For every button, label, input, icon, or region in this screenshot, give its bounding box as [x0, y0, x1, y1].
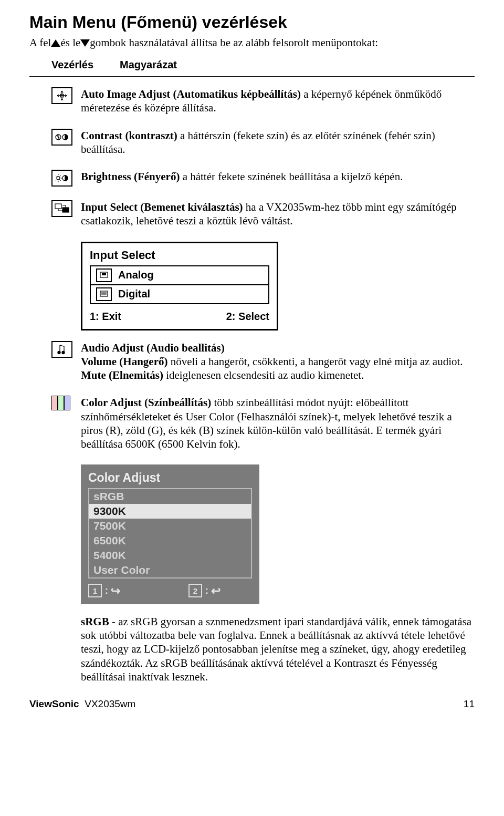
exit-arrow-icon: ↪ — [111, 584, 120, 598]
auto-image-icon — [51, 87, 72, 104]
row-audio-adjust: Audio Adjust (Audio beallitás) Volume (H… — [51, 341, 475, 383]
digital-icon — [96, 287, 112, 301]
brightness-icon — [51, 170, 72, 187]
key-2-icon: 2 — [188, 584, 202, 597]
osd-color-title: Color Adjust — [88, 471, 252, 485]
osd-input-digital-label: Digital — [118, 288, 150, 300]
osd-color-key1: 1: ↪ — [88, 584, 120, 598]
osd-color-item: 5400K — [89, 548, 251, 563]
osd-color-item: User Color — [89, 563, 251, 577]
down-arrow-icon — [80, 39, 90, 47]
svg-rect-8 — [102, 273, 106, 275]
svg-rect-5 — [55, 204, 61, 209]
intro-text-3: gombok használatával állítsa be az alább… — [90, 36, 378, 49]
row-input-select: Input Select (Bemenet kiválasztás) ha a … — [51, 200, 475, 228]
osd-input-select-hint: 2: Select — [226, 311, 269, 323]
audio-mute-desc: ideiglenesen elcsendesiti az audio kimen… — [163, 369, 364, 381]
input-select-label: Input Select (Bemenet kiválasztás) — [81, 201, 243, 213]
audio-volume-label: Volume (Hangerő) — [81, 355, 167, 368]
intro-text-2: és le — [60, 36, 80, 49]
auto-image-label: Auto Image Adjust (Automatikus képbeállí… — [81, 88, 301, 100]
footer-left: ViewSonic VX2035wm — [29, 698, 135, 710]
osd-color-item: 6500K — [89, 533, 251, 548]
srgb-paragraph: sRGB - az sRGB gyorsan a sznmenedzsment … — [81, 615, 475, 684]
svg-point-10 — [58, 351, 60, 354]
table-header: Vezérlés Magyarázat — [29, 59, 475, 73]
srgb-desc: az sRGB gyorsan a sznmenedzsment ipari s… — [81, 615, 471, 683]
osd-input-select: Input Select Analog Digital 1: Exit 2: S… — [81, 242, 278, 330]
brightness-desc: a háttér fekete színének beállítása a ki… — [180, 170, 403, 183]
footer-page-number: 11 — [464, 698, 475, 710]
color-adjust-icon — [51, 396, 70, 410]
svg-point-3 — [57, 177, 60, 180]
up-arrow-icon — [51, 39, 60, 47]
row-contrast: Contrast (kontraszt) a háttérszín (feket… — [51, 129, 475, 157]
input-select-icon — [51, 200, 72, 217]
audio-volume-desc: nőveli a hangerőt, csőkkenti, a hangerőt… — [167, 355, 463, 368]
intro-line: A felés legombok használatával állítsa b… — [29, 36, 475, 49]
osd-color-adjust: Color Adjust sRGB9300K7500K6500K5400KUse… — [81, 464, 259, 604]
osd-input-item-analog: Analog — [91, 266, 268, 285]
analog-icon — [96, 268, 112, 282]
contrast-label: Contrast (kontraszt) — [81, 129, 177, 142]
enter-arrow-icon: ↩ — [211, 584, 220, 598]
row-color-adjust: Color Adjust (Színbeállítás) több színbe… — [51, 396, 475, 451]
contrast-icon — [51, 129, 72, 146]
osd-color-item: 9300K — [89, 504, 251, 519]
osd-color-key2: 2: ↩ — [188, 584, 220, 598]
color-adjust-label: Color Adjust (Színbeállítás) — [81, 396, 211, 409]
osd-input-title: Input Select — [82, 243, 277, 265]
osd-input-exit: 1: Exit — [90, 311, 121, 323]
page-title: Main Menu (Főmenü) vezérlések — [29, 13, 475, 32]
osd-color-item: sRGB — [89, 489, 251, 504]
srgb-label: sRGB - — [81, 615, 118, 628]
row-auto-image: Auto Image Adjust (Automatikus képbeállí… — [51, 87, 475, 115]
svg-rect-6 — [62, 208, 69, 212]
intro-text-1: A fel — [29, 36, 51, 49]
header-explanation: Magyarázat — [120, 59, 177, 71]
audio-adjust-icon — [51, 341, 72, 358]
osd-input-item-digital: Digital — [91, 285, 268, 303]
audio-mute-label: Mute (Elnemitás) — [81, 369, 163, 381]
row-brightness: Brightness (Fényerő) a háttér fekete szí… — [51, 170, 475, 187]
key-1-icon: 1 — [88, 584, 102, 597]
brightness-label: Brightness (Fényerő) — [81, 170, 180, 183]
page-footer: ViewSonic VX2035wm 11 — [29, 698, 475, 710]
audio-adjust-label: Audio Adjust (Audio beallitás) — [81, 342, 225, 354]
footer-brand: ViewSonic — [29, 698, 79, 709]
footer-model: VX2035wm — [85, 698, 135, 709]
divider — [29, 76, 475, 77]
osd-color-item: 7500K — [89, 519, 251, 533]
header-control: Vezérlés — [51, 59, 120, 71]
svg-point-11 — [62, 351, 65, 354]
osd-input-analog-label: Analog — [118, 269, 154, 281]
